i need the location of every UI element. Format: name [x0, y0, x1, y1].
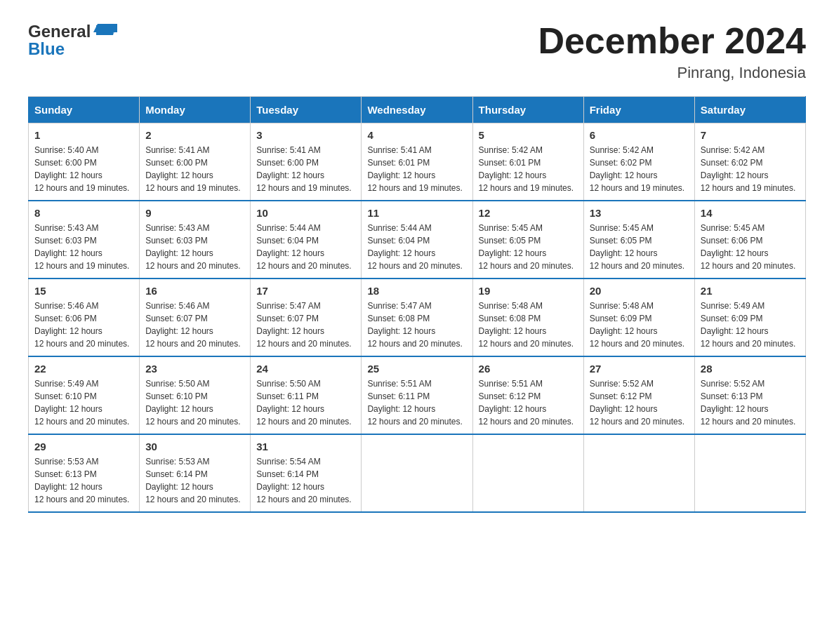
day-number: 10 [256, 207, 355, 219]
day-number: 23 [145, 363, 244, 375]
day-info: Sunrise: 5:53 AMSunset: 6:14 PMDaylight:… [145, 455, 244, 506]
day-number: 30 [145, 441, 244, 452]
day-number: 4 [367, 129, 466, 141]
day-info: Sunrise: 5:43 AMSunset: 6:03 PMDaylight:… [145, 222, 244, 272]
calendar-day-cell: 27Sunrise: 5:52 AMSunset: 6:12 PMDayligh… [583, 356, 694, 434]
day-number: 17 [256, 285, 355, 297]
weekday-header: Thursday [472, 97, 583, 123]
weekday-header: Tuesday [251, 97, 362, 123]
weekday-header: Sunday [29, 97, 140, 123]
calendar-week-row: 22Sunrise: 5:49 AMSunset: 6:10 PMDayligh… [29, 356, 806, 434]
day-number: 25 [367, 363, 466, 375]
calendar-day-cell: 15Sunrise: 5:46 AMSunset: 6:06 PMDayligh… [29, 279, 140, 356]
calendar-day-cell: 7Sunrise: 5:42 AMSunset: 6:02 PMDaylight… [694, 123, 805, 201]
day-number: 7 [701, 129, 800, 141]
day-info: Sunrise: 5:47 AMSunset: 6:07 PMDaylight:… [256, 300, 355, 350]
day-number: 8 [34, 207, 133, 219]
day-info: Sunrise: 5:42 AMSunset: 6:02 PMDaylight:… [701, 144, 800, 194]
day-info: Sunrise: 5:44 AMSunset: 6:04 PMDaylight:… [256, 222, 355, 272]
day-number: 16 [145, 285, 244, 297]
calendar-day-cell: 1Sunrise: 5:40 AMSunset: 6:00 PMDaylight… [29, 123, 140, 201]
calendar-day-cell: 18Sunrise: 5:47 AMSunset: 6:08 PMDayligh… [362, 279, 472, 356]
day-info: Sunrise: 5:41 AMSunset: 6:00 PMDaylight:… [256, 144, 355, 194]
day-number: 26 [479, 363, 578, 375]
day-number: 22 [34, 363, 133, 375]
day-info: Sunrise: 5:51 AMSunset: 6:12 PMDaylight:… [479, 377, 578, 428]
day-number: 24 [256, 363, 355, 375]
day-number: 14 [701, 207, 800, 219]
calendar-day-cell: 8Sunrise: 5:43 AMSunset: 6:03 PMDaylight… [29, 201, 140, 279]
weekday-header: Monday [140, 97, 251, 123]
logo-blue-text: Blue [28, 39, 65, 59]
day-number: 3 [256, 129, 355, 141]
day-number: 19 [479, 285, 578, 297]
weekday-header: Wednesday [362, 97, 472, 123]
day-number: 11 [367, 207, 466, 219]
calendar-day-cell: 3Sunrise: 5:41 AMSunset: 6:00 PMDaylight… [251, 123, 362, 201]
day-info: Sunrise: 5:47 AMSunset: 6:08 PMDaylight:… [367, 300, 466, 350]
day-info: Sunrise: 5:42 AMSunset: 6:02 PMDaylight:… [590, 144, 689, 194]
calendar-table: SundayMondayTuesdayWednesdayThursdayFrid… [28, 96, 806, 513]
calendar-title: December 2024 [538, 21, 806, 61]
day-number: 29 [34, 441, 133, 452]
calendar-day-cell: 9Sunrise: 5:43 AMSunset: 6:03 PMDaylight… [140, 201, 251, 279]
day-info: Sunrise: 5:45 AMSunset: 6:05 PMDaylight:… [590, 222, 689, 272]
calendar-day-cell: 21Sunrise: 5:49 AMSunset: 6:09 PMDayligh… [694, 279, 805, 356]
day-info: Sunrise: 5:41 AMSunset: 6:01 PMDaylight:… [367, 144, 466, 194]
calendar-day-cell: 23Sunrise: 5:50 AMSunset: 6:10 PMDayligh… [140, 356, 251, 434]
calendar-day-cell: 24Sunrise: 5:50 AMSunset: 6:11 PMDayligh… [251, 356, 362, 434]
title-area: December 2024 Pinrang, Indonesia [538, 21, 806, 82]
calendar-day-cell: 30Sunrise: 5:53 AMSunset: 6:14 PMDayligh… [140, 434, 251, 512]
calendar-day-cell: 31Sunrise: 5:54 AMSunset: 6:14 PMDayligh… [251, 434, 362, 512]
day-number: 18 [367, 285, 466, 297]
calendar-day-cell: 16Sunrise: 5:46 AMSunset: 6:07 PMDayligh… [140, 279, 251, 356]
calendar-day-cell: 11Sunrise: 5:44 AMSunset: 6:04 PMDayligh… [362, 201, 472, 279]
day-number: 5 [479, 129, 578, 141]
calendar-day-cell [472, 434, 583, 512]
day-number: 31 [256, 441, 355, 452]
day-info: Sunrise: 5:49 AMSunset: 6:09 PMDaylight:… [701, 300, 800, 350]
day-number: 2 [145, 129, 244, 141]
calendar-week-row: 1Sunrise: 5:40 AMSunset: 6:00 PMDaylight… [29, 123, 806, 201]
calendar-day-cell [583, 434, 694, 512]
day-info: Sunrise: 5:41 AMSunset: 6:00 PMDaylight:… [145, 144, 244, 194]
logo-flag-icon [93, 22, 117, 42]
day-info: Sunrise: 5:45 AMSunset: 6:06 PMDaylight:… [701, 222, 800, 272]
weekday-header-row: SundayMondayTuesdayWednesdayThursdayFrid… [29, 97, 806, 123]
day-number: 15 [34, 285, 133, 297]
calendar-day-cell: 14Sunrise: 5:45 AMSunset: 6:06 PMDayligh… [694, 201, 805, 279]
calendar-day-cell: 13Sunrise: 5:45 AMSunset: 6:05 PMDayligh… [583, 201, 694, 279]
calendar-day-cell: 5Sunrise: 5:42 AMSunset: 6:01 PMDaylight… [472, 123, 583, 201]
day-number: 21 [701, 285, 800, 297]
calendar-day-cell: 25Sunrise: 5:51 AMSunset: 6:11 PMDayligh… [362, 356, 472, 434]
day-info: Sunrise: 5:48 AMSunset: 6:09 PMDaylight:… [590, 300, 689, 350]
day-info: Sunrise: 5:45 AMSunset: 6:05 PMDaylight:… [479, 222, 578, 272]
day-info: Sunrise: 5:43 AMSunset: 6:03 PMDaylight:… [34, 222, 133, 272]
calendar-day-cell: 20Sunrise: 5:48 AMSunset: 6:09 PMDayligh… [583, 279, 694, 356]
day-number: 13 [590, 207, 689, 219]
day-info: Sunrise: 5:46 AMSunset: 6:07 PMDaylight:… [145, 300, 244, 350]
day-number: 28 [701, 363, 800, 375]
calendar-day-cell: 17Sunrise: 5:47 AMSunset: 6:07 PMDayligh… [251, 279, 362, 356]
calendar-week-row: 8Sunrise: 5:43 AMSunset: 6:03 PMDaylight… [29, 201, 806, 279]
day-info: Sunrise: 5:44 AMSunset: 6:04 PMDaylight:… [367, 222, 466, 272]
calendar-week-row: 15Sunrise: 5:46 AMSunset: 6:06 PMDayligh… [29, 279, 806, 356]
calendar-day-cell: 28Sunrise: 5:52 AMSunset: 6:13 PMDayligh… [694, 356, 805, 434]
day-number: 1 [34, 129, 133, 141]
calendar-day-cell: 19Sunrise: 5:48 AMSunset: 6:08 PMDayligh… [472, 279, 583, 356]
calendar-day-cell: 6Sunrise: 5:42 AMSunset: 6:02 PMDaylight… [583, 123, 694, 201]
calendar-day-cell: 10Sunrise: 5:44 AMSunset: 6:04 PMDayligh… [251, 201, 362, 279]
day-number: 27 [590, 363, 689, 375]
day-number: 12 [479, 207, 578, 219]
day-info: Sunrise: 5:51 AMSunset: 6:11 PMDaylight:… [367, 377, 466, 428]
day-info: Sunrise: 5:50 AMSunset: 6:11 PMDaylight:… [256, 377, 355, 428]
logo-general-text: General [28, 22, 91, 41]
calendar-week-row: 29Sunrise: 5:53 AMSunset: 6:13 PMDayligh… [29, 434, 806, 512]
calendar-day-cell: 26Sunrise: 5:51 AMSunset: 6:12 PMDayligh… [472, 356, 583, 434]
day-info: Sunrise: 5:46 AMSunset: 6:06 PMDaylight:… [34, 300, 133, 350]
day-info: Sunrise: 5:42 AMSunset: 6:01 PMDaylight:… [479, 144, 578, 194]
svg-marker-4 [110, 24, 117, 32]
header: General Blue December 2024 Pinrang, Indo… [28, 21, 806, 82]
day-info: Sunrise: 5:48 AMSunset: 6:08 PMDaylight:… [479, 300, 578, 350]
calendar-day-cell: 12Sunrise: 5:45 AMSunset: 6:05 PMDayligh… [472, 201, 583, 279]
